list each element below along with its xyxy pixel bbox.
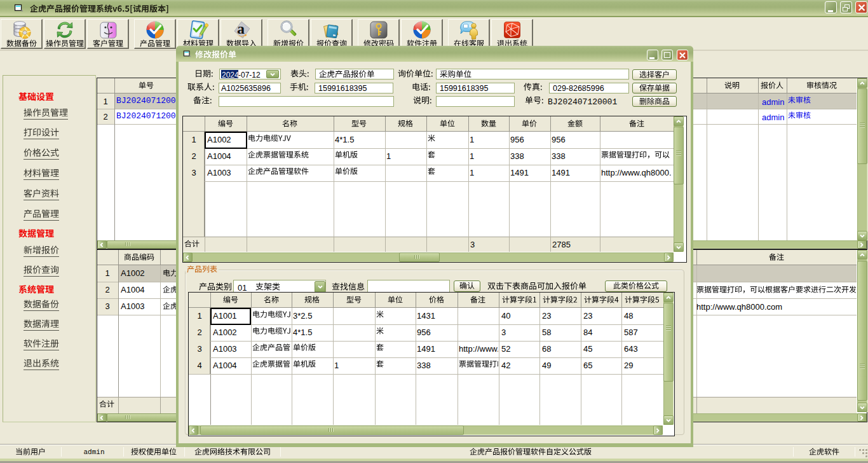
svg-text:a: a [237,20,245,37]
